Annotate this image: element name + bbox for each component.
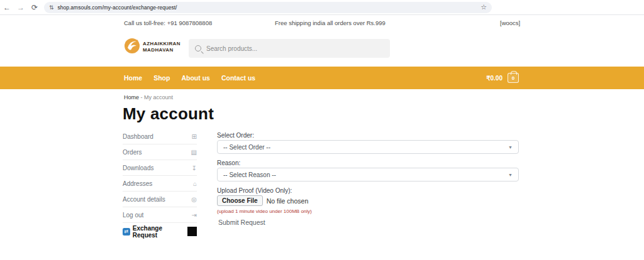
sidebar-item-orders[interactable]: Orders ▤ xyxy=(123,144,197,160)
reason-dropdown[interactable]: -- Select Reason -- ▼ xyxy=(217,168,519,181)
sidebar-item-dashboard[interactable]: Dashboard ⊞ xyxy=(123,129,197,144)
free-shipping-text: Free shipping india all orders over Rs.9… xyxy=(275,19,386,26)
sidebar-item-logout[interactable]: Log out ⇥ xyxy=(123,207,197,223)
logout-icon: ⇥ xyxy=(192,212,197,219)
no-file-chosen-text: No file chosen xyxy=(267,197,309,205)
chevron-down-icon: ▼ xyxy=(508,173,513,177)
choose-file-button[interactable]: Choose File xyxy=(217,195,263,206)
sidebar-item-label: Exchange Request xyxy=(133,225,188,239)
select-order-value: -- Select Order -- xyxy=(223,144,508,151)
site-logo[interactable]: AZHAIKKIRAN MADHAVAN xyxy=(124,38,180,57)
breadcrumb-separator: - xyxy=(139,94,144,100)
sidebar-item-exchange-request[interactable]: ⇄ Exchange Request xyxy=(123,223,197,240)
cart-bag-icon: 0 xyxy=(508,73,519,83)
breadcrumb: Home - My account xyxy=(124,94,173,100)
sidebar-item-label: Addresses xyxy=(123,180,152,187)
forward-icon[interactable]: → xyxy=(14,3,28,12)
site-header: AZHAIKKIRAN MADHAVAN Search products... … xyxy=(0,31,644,67)
main-nav: Home Shop About us Contact us ₹0.00 0 xyxy=(0,67,644,89)
broken-image-placeholder xyxy=(187,227,197,236)
upload-note: (upload 1 minute video under 100MB only) xyxy=(217,209,312,214)
url-text[interactable]: shop.amsouls.com/my-account/exchange-req… xyxy=(58,4,481,11)
search-box[interactable]: Search products... xyxy=(189,39,390,58)
submit-request-button[interactable]: Submit Request xyxy=(218,219,265,226)
select-order-dropdown[interactable]: -- Select Order -- ▼ xyxy=(217,140,519,154)
upload-proof-label: Upload Proof (Video Only): xyxy=(217,187,292,194)
url-bar[interactable]: ⇅ shop.amsouls.com/my-account/exchange-r… xyxy=(44,2,492,13)
page: ← → ⟳ ⇅ shop.amsouls.com/my-account/exch… xyxy=(0,0,644,260)
reason-value: -- Select Reason -- xyxy=(223,171,508,178)
cart-button[interactable]: ₹0.00 0 xyxy=(486,67,519,89)
breadcrumb-current: My account xyxy=(144,94,173,100)
top-strip: Call us toll-free: +91 9087808808 Free s… xyxy=(0,15,644,31)
browser-chrome: ← → ⟳ ⇅ shop.amsouls.com/my-account/exch… xyxy=(0,0,644,15)
dashboard-icon: ⊞ xyxy=(192,133,197,140)
search-icon xyxy=(195,45,201,51)
reason-label: Reason: xyxy=(217,160,240,166)
sidebar-item-label: Account details xyxy=(123,196,165,203)
logo-line1: AZHAIKKIRAN xyxy=(143,41,180,46)
breadcrumb-home-link[interactable]: Home xyxy=(124,94,139,100)
nav-link-home[interactable]: Home xyxy=(124,74,142,82)
exchange-icon: ⇄ xyxy=(123,228,130,236)
cart-total: ₹0.00 xyxy=(486,75,502,82)
addresses-icon: ⌂ xyxy=(193,180,197,187)
sidebar-item-downloads[interactable]: Downloads ↧ xyxy=(123,160,197,176)
logo-emblem-icon xyxy=(124,38,140,57)
file-input[interactable]: Choose File No file chosen xyxy=(217,195,308,206)
nav-link-shop[interactable]: Shop xyxy=(153,74,170,82)
sidebar-item-label: Dashboard xyxy=(123,133,153,140)
nav-link-contact[interactable]: Contact us xyxy=(221,74,255,82)
select-order-label: Select Order: xyxy=(217,132,254,139)
reload-icon[interactable]: ⟳ xyxy=(28,3,42,12)
call-tollfree-text: Call us toll-free: +91 9087808808 xyxy=(124,19,212,26)
page-title: My account xyxy=(123,104,214,124)
bookmark-star-icon[interactable]: ☆ xyxy=(480,3,487,11)
cart-count-badge: 0 xyxy=(512,75,514,81)
sidebar-item-label: Orders xyxy=(123,149,142,156)
search-input[interactable]: Search products... xyxy=(206,45,257,52)
nav-link-about[interactable]: About us xyxy=(181,74,210,82)
sidebar-item-addresses[interactable]: Addresses ⌂ xyxy=(123,176,197,192)
logo-line2: MADHAVAN xyxy=(143,47,174,53)
chevron-down-icon: ▼ xyxy=(508,145,513,149)
sidebar-item-label: Downloads xyxy=(123,165,153,171)
downloads-icon: ↧ xyxy=(192,165,197,171)
account-sidebar: Dashboard ⊞ Orders ▤ Downloads ↧ Address… xyxy=(123,129,197,240)
woocs-text: [woocs] xyxy=(500,19,520,26)
account-details-icon: ◎ xyxy=(191,196,197,203)
orders-icon: ▤ xyxy=(191,149,197,156)
sidebar-item-account-details[interactable]: Account details ◎ xyxy=(123,192,197,207)
logo-text: AZHAIKKIRAN MADHAVAN xyxy=(143,41,180,53)
site-info-icon[interactable]: ⇅ xyxy=(49,4,54,11)
back-icon[interactable]: ← xyxy=(0,3,14,12)
sidebar-item-label: Log out xyxy=(123,212,143,219)
